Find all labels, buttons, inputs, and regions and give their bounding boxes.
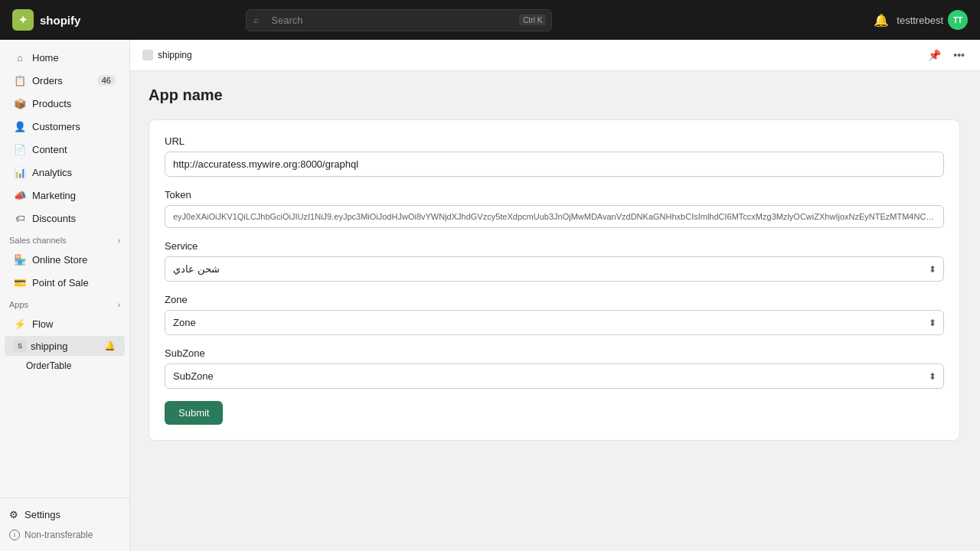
sales-channels-label: Sales channels: [9, 236, 67, 245]
url-label: URL: [165, 135, 944, 147]
submit-button[interactable]: Submit: [165, 401, 223, 425]
sidebar-item-content[interactable]: 📄 Content: [5, 139, 125, 160]
orders-badge: 46: [97, 75, 116, 86]
apps-chevron-icon: ›: [118, 301, 120, 309]
apps-section: Apps ›: [0, 294, 129, 312]
settings-icon: ⚙: [9, 509, 18, 520]
sidebar-label-products: Products: [32, 98, 71, 109]
point-of-sale-icon: 💳: [14, 276, 26, 289]
sidebar-label-customers: Customers: [32, 121, 80, 132]
search-icon: ⌕: [253, 15, 259, 25]
pin-icon[interactable]: 📌: [925, 46, 944, 64]
zone-label: Zone: [165, 294, 944, 305]
non-transferable-badge: i Non-transferable: [0, 525, 129, 545]
user-name: testtrebest: [897, 15, 943, 26]
sidebar-item-shipping[interactable]: S shipping 🔔: [5, 336, 125, 356]
url-field-group: URL: [165, 135, 944, 177]
home-icon: ⌂: [14, 51, 26, 64]
page-content: App name URL Token Service شحن عادي: [130, 71, 980, 456]
sidebar-label-flow: Flow: [32, 318, 53, 330]
products-icon: 📦: [14, 97, 26, 109]
sidebar-item-orders[interactable]: 📋 Orders 46: [5, 70, 125, 91]
sidebar-label-marketing: Marketing: [32, 190, 76, 201]
sidebar-sub-item-ordertable[interactable]: OrderTable: [5, 357, 125, 374]
logo-text: shopify: [40, 14, 80, 27]
sidebar-label-analytics: Analytics: [32, 167, 72, 178]
subzone-field-group: SubZone SubZone ⬍: [165, 347, 944, 389]
subzone-label: SubZone: [165, 347, 944, 359]
search-bar: ⌕ Ctrl K: [246, 9, 552, 31]
sidebar-item-analytics[interactable]: 📊 Analytics: [5, 161, 125, 183]
chevron-right-icon: ›: [118, 236, 120, 245]
sidebar-label-shipping: shipping: [31, 341, 67, 352]
url-input[interactable]: [165, 152, 944, 177]
more-options-icon[interactable]: •••: [950, 46, 968, 64]
sidebar-item-online-store[interactable]: 🏪 Online Store: [5, 249, 125, 270]
user-menu[interactable]: testtrebest TT: [897, 10, 968, 30]
discounts-icon: 🏷: [14, 212, 26, 224]
sidebar-label-ordertable: OrderTable: [26, 360, 71, 371]
sidebar-label-content: Content: [32, 144, 67, 155]
service-select[interactable]: شحن عادي: [165, 256, 944, 282]
token-label: Token: [165, 189, 944, 201]
content-icon: 📄: [14, 143, 26, 155]
breadcrumb: shipping: [158, 50, 192, 60]
online-store-icon: 🏪: [14, 253, 26, 266]
subzone-select-wrap: SubZone ⬍: [165, 364, 944, 389]
topbar: ✦ shopify ⌕ Ctrl K 🔔 testtrebest TT: [0, 0, 980, 40]
analytics-icon: 📊: [14, 166, 26, 178]
subzone-select[interactable]: SubZone: [165, 364, 944, 389]
sidebar-item-flow[interactable]: ⚡ Flow: [5, 313, 125, 334]
topbar-right: 🔔 testtrebest TT: [874, 10, 968, 30]
page-title: App name: [149, 86, 962, 104]
search-shortcut-badge: Ctrl K: [519, 15, 546, 26]
orders-icon: 📋: [14, 74, 26, 86]
sidebar-item-settings[interactable]: ⚙ Settings: [0, 504, 129, 525]
breadcrumb-actions: 📌 •••: [925, 46, 968, 64]
breadcrumb-bar: shipping 📌 •••: [130, 40, 980, 71]
avatar: TT: [948, 10, 968, 30]
sales-channels-section: Sales channels ›: [0, 230, 129, 248]
sidebar-item-point-of-sale[interactable]: 💳 Point of Sale: [5, 272, 125, 293]
logo: ✦ shopify: [12, 9, 80, 31]
layout: ⌂ Home 📋 Orders 46 📦 Products 👤 Customer…: [0, 40, 980, 551]
sidebar-label-pos: Point of Sale: [32, 277, 89, 289]
service-label: Service: [165, 240, 944, 252]
sidebar: ⌂ Home 📋 Orders 46 📦 Products 👤 Customer…: [0, 40, 130, 551]
sidebar-item-discounts[interactable]: 🏷 Discounts: [5, 207, 125, 229]
info-icon: i: [9, 530, 20, 540]
token-field-group: Token: [165, 189, 944, 228]
zone-select[interactable]: Zone: [165, 310, 944, 335]
non-transferable-label: Non-transferable: [24, 530, 93, 540]
sidebar-item-marketing[interactable]: 📣 Marketing: [5, 184, 125, 206]
zone-select-wrap: Zone ⬍: [165, 310, 944, 335]
sidebar-footer: ⚙ Settings i Non-transferable: [0, 497, 129, 545]
sidebar-item-products[interactable]: 📦 Products: [5, 93, 125, 114]
service-field-group: Service شحن عادي ⬍: [165, 240, 944, 282]
shipping-app-icon: S: [14, 340, 26, 352]
breadcrumb-app-icon: [142, 50, 153, 60]
sidebar-label-orders: Orders: [32, 75, 63, 86]
search-input[interactable]: [246, 9, 552, 31]
main-content: shipping 📌 ••• App name URL Token Servic…: [130, 40, 980, 551]
app-bell-icon: 🔔: [104, 341, 116, 351]
notification-bell-icon[interactable]: 🔔: [874, 13, 889, 28]
sidebar-label-settings: Settings: [24, 509, 60, 520]
sidebar-label-online-store: Online Store: [32, 254, 87, 266]
zone-field-group: Zone Zone ⬍: [165, 294, 944, 335]
shopify-logo-icon: ✦: [12, 9, 34, 31]
sidebar-label-discounts: Discounts: [32, 213, 76, 224]
flow-icon: ⚡: [14, 318, 26, 330]
sidebar-item-home[interactable]: ⌂ Home: [5, 47, 125, 68]
form-card: URL Token Service شحن عادي ⬍: [149, 119, 960, 441]
sidebar-label-home: Home: [32, 52, 59, 64]
marketing-icon: 📣: [14, 189, 26, 201]
customers-icon: 👤: [14, 120, 26, 132]
sidebar-item-customers[interactable]: 👤 Customers: [5, 116, 125, 137]
service-select-wrap: شحن عادي ⬍: [165, 256, 944, 282]
apps-label: Apps: [9, 300, 28, 309]
token-input[interactable]: [165, 205, 944, 228]
